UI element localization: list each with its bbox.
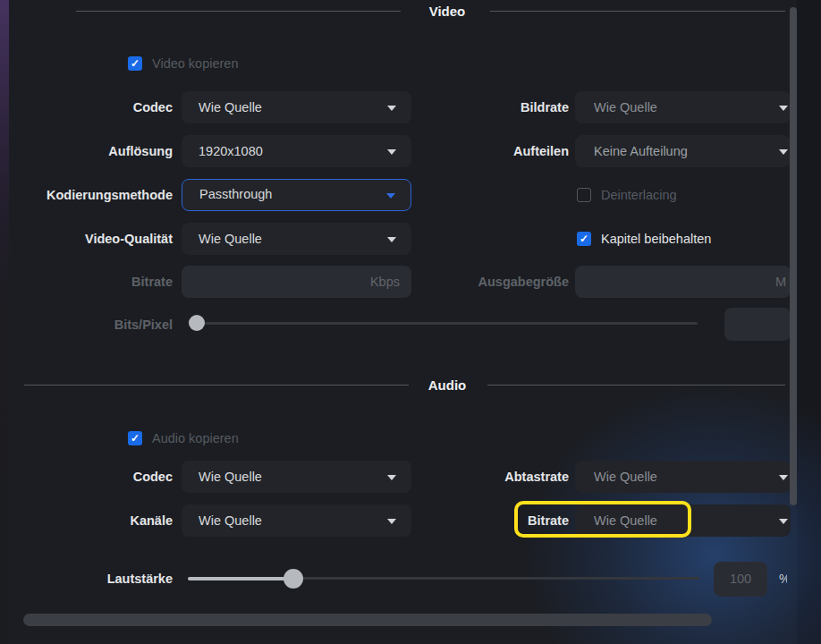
lautstaerke-value: 100: [714, 562, 767, 597]
chevron-down-icon: [387, 149, 396, 155]
video-bitrate-label: Bitrate: [0, 266, 173, 298]
aufloesung-dropdown[interactable]: 1920x1080: [182, 135, 411, 167]
bildrate-label: Bildrate: [429, 91, 569, 123]
divider: [490, 11, 785, 12]
kanaele-label: Kanäle: [0, 504, 173, 537]
deinterlacing-label: Deinterlacing: [601, 187, 677, 203]
chevron-down-icon: [779, 149, 788, 155]
divider: [24, 385, 409, 386]
deinterlacing-checkbox[interactable]: [577, 188, 591, 202]
chevron-down-icon: [387, 475, 396, 480]
lautstaerke-slider-track[interactable]: [293, 577, 699, 580]
check-icon: [577, 232, 591, 246]
audio-codec-value: Wie Quelle: [182, 461, 411, 493]
check-icon: [128, 56, 142, 71]
check-icon: [128, 431, 142, 445]
ausgabegroesse-unit: M: [775, 266, 786, 298]
video-qualitaet-label: Video-Qualität: [0, 223, 173, 255]
video-copy-label: Video kopieren: [152, 55, 238, 72]
codec-value: Wie Quelle: [182, 91, 411, 123]
audio-codec-dropdown[interactable]: Wie Quelle: [182, 461, 411, 493]
audio-codec-label: Codec: [0, 461, 173, 493]
lautstaerke-slider-handle[interactable]: [284, 569, 303, 589]
video-qualitaet-dropdown[interactable]: Wie Quelle: [182, 223, 411, 255]
divider: [487, 385, 785, 386]
chevron-down-icon: [779, 106, 788, 111]
chevron-down-icon: [387, 237, 396, 242]
codec-dropdown[interactable]: Wie Quelle: [182, 91, 411, 123]
bildrate-value: Wie Quelle: [575, 91, 791, 123]
audio-copy-label: Audio kopieren: [152, 430, 239, 446]
bits-pixel-label: Bits/Pixel: [0, 309, 173, 341]
video-bitrate-input[interactable]: Kbps: [182, 266, 411, 298]
video-qualitaet-value: Wie Quelle: [182, 223, 411, 255]
codec-label: Codec: [0, 91, 173, 123]
kapitel-label: Kapitel beibehalten: [601, 231, 711, 247]
ausgabegroesse-label: Ausgabegröße: [429, 266, 569, 298]
aufteilen-label: Aufteilen: [429, 135, 569, 167]
divider: [76, 11, 401, 12]
chevron-down-icon: [779, 519, 788, 524]
video-bitrate-unit: Kbps: [370, 266, 400, 298]
lautstaerke-input[interactable]: 100: [714, 562, 767, 597]
chevron-down-icon: [386, 193, 395, 199]
audio-bitrate-dropdown[interactable]: Wie Quelle: [575, 504, 791, 537]
audio-bitrate-label: Bitrate: [429, 504, 569, 537]
bits-pixel-slider-handle[interactable]: [189, 315, 205, 331]
audio-copy-checkbox[interactable]: [128, 431, 142, 445]
kodierungsmethode-value: Passthrough: [182, 180, 410, 209]
chevron-down-icon: [779, 475, 788, 480]
video-section-title: Video: [394, 4, 501, 19]
abtastrate-dropdown[interactable]: Wie Quelle: [575, 461, 791, 493]
aufteilen-value: Keine Aufteilung: [575, 135, 791, 167]
audio-bitrate-value: Wie Quelle: [575, 504, 791, 537]
chevron-down-icon: [387, 106, 396, 111]
vertical-scrollbar[interactable]: [790, 7, 797, 505]
chevron-down-icon: [387, 519, 396, 524]
kodierungsmethode-dropdown[interactable]: Passthrough: [182, 179, 411, 211]
abtastrate-label: Abtastrate: [429, 461, 569, 493]
horizontal-scrollbar[interactable]: [23, 614, 712, 626]
converter-settings-panel: Video Video kopieren Codec Wie Quelle Bi…: [0, 0, 821, 644]
kapitel-checkbox[interactable]: [577, 232, 591, 246]
lautstaerke-slider-fill[interactable]: [188, 577, 293, 580]
aufloesung-value: 1920x1080: [182, 135, 411, 167]
audio-section-title: Audio: [394, 377, 501, 393]
panel-right-gutter: [797, 0, 821, 644]
kanaele-value: Wie Quelle: [182, 504, 411, 537]
aufloesung-label: Auflösung: [0, 135, 173, 167]
bits-pixel-slider-track[interactable]: [197, 322, 698, 325]
kodierungsmethode-label: Kodierungsmethode: [0, 179, 173, 211]
aufteilen-dropdown[interactable]: Keine Aufteilung: [575, 135, 791, 167]
abtastrate-value: Wie Quelle: [575, 461, 791, 493]
bits-pixel-input[interactable]: [724, 308, 791, 341]
lautstaerke-unit: %: [779, 562, 787, 597]
bildrate-dropdown[interactable]: Wie Quelle: [575, 91, 791, 123]
ausgabegroesse-input[interactable]: M: [575, 266, 791, 298]
video-copy-checkbox[interactable]: [128, 56, 142, 71]
lautstaerke-label: Lautstärke: [0, 563, 173, 595]
kanaele-dropdown[interactable]: Wie Quelle: [182, 504, 411, 537]
